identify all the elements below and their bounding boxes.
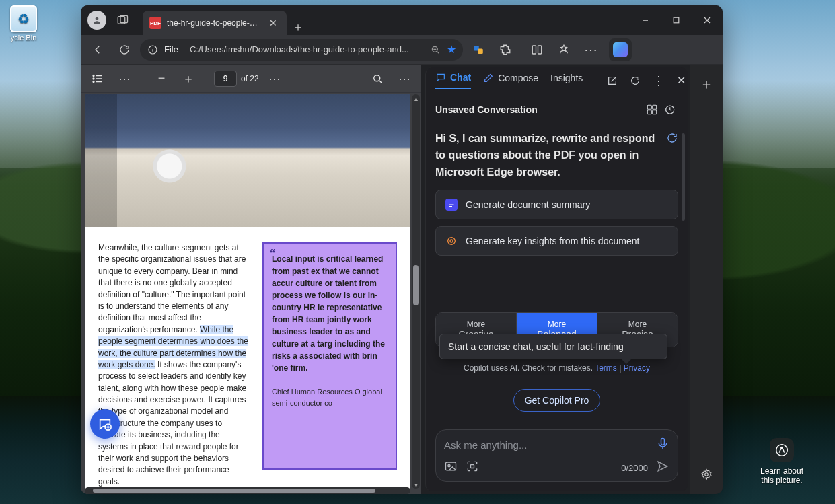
favorite-star-icon[interactable]: ★ [447,43,456,56]
copilot-pane: Chat Compose Insights ⋮ ✕ Unsaved Conver… [425,67,688,491]
svg-rect-30 [653,110,657,114]
pdf-horizontal-scrollbar[interactable] [85,487,410,494]
ask-input[interactable] [444,439,656,451]
send-button[interactable] [656,460,669,476]
svg-rect-44 [471,465,474,468]
pdf-quote-box: “ Local input is critical learned from p… [262,242,397,470]
refresh-button[interactable] [113,38,136,61]
svg-point-23 [93,78,94,79]
svg-point-1 [781,447,783,449]
browser-tab[interactable]: PDF the-hr-guide-to-people-and-cult ✕ [143,11,287,35]
workspaces-button[interactable] [113,11,132,30]
svg-point-22 [93,75,94,76]
svg-rect-28 [653,105,657,109]
copilot-legal: Copilot uses AI. Check for mistakes. Ter… [435,363,678,373]
history-icon[interactable] [661,101,678,118]
copilot-more-icon[interactable]: ⋮ [653,72,665,89]
summary-icon [445,199,458,211]
edge-sidebar: ＋ [690,65,723,494]
translate-button[interactable] [467,38,490,61]
recycle-icon [10,5,37,32]
scrollbar-thumb[interactable] [413,265,419,305]
favorites-collections-button[interactable] [552,38,575,61]
pdf-more-center-button[interactable]: ⋯ [263,67,286,90]
tab-title: the-hr-guide-to-people-and-cult [167,18,261,28]
copilot-tab-compose[interactable]: Compose [483,73,538,89]
attach-image-icon[interactable] [444,460,458,476]
copilot-tab-insights[interactable]: Insights [550,73,583,89]
pdf-page-input[interactable] [214,71,237,87]
pdf-search-button[interactable] [366,67,389,90]
pdf-more-left-button[interactable]: ⋯ [113,67,136,90]
copilot-icon [613,42,628,57]
suggestion-key-insights[interactable]: Generate key insights from this document [435,226,678,256]
split-screen-button[interactable] [525,38,548,61]
sidebar-settings-button[interactable] [696,464,717,484]
extensions-button[interactable] [494,38,517,61]
svg-rect-16 [478,48,483,54]
svg-rect-6 [674,17,679,23]
pdf-zoom-out-button[interactable]: − [150,67,173,90]
char-counter: 0/2000 [621,463,648,473]
mic-icon[interactable] [656,437,669,453]
minimize-button[interactable] [630,5,661,35]
svg-point-36 [450,240,453,242]
suggestion-doc-summary[interactable]: Generate document summary [435,190,678,219]
regenerate-icon[interactable] [666,132,678,149]
tab-close-button[interactable]: ✕ [266,16,280,30]
copilot-subtitle: Unsaved Conversation [435,104,538,115]
svg-point-24 [93,81,94,82]
copilot-tab-chat[interactable]: Chat [435,72,471,89]
pdf-page-total: of 22 [241,74,259,83]
back-button[interactable] [86,38,109,61]
address-bar[interactable]: File C:/Users/imshu/Downloads/the-hr-gui… [140,39,463,61]
terms-link[interactable]: Terms [595,363,617,373]
svg-point-43 [448,465,450,467]
pdf-page: Meanwhile, the culture segment gets at t… [85,94,410,489]
scrollbar-thumb[interactable] [93,489,375,493]
svg-line-26 [379,81,382,83]
pdf-viewer: ⋯ − ＋ of 22 ⋯ ⋯ Meanwhile, the culture s… [81,65,421,494]
recycle-bin[interactable]: ycle Bin [8,5,39,42]
titlebar: PDF the-hr-guide-to-people-and-cult ✕ ＋ [81,5,723,35]
svg-rect-17 [532,46,536,54]
pdf-more-right-button[interactable]: ⋯ [393,67,416,90]
copilot-scrollbar[interactable] [682,133,685,221]
site-info-icon[interactable] [147,44,159,56]
zoom-out-icon[interactable] [429,44,441,56]
reload-icon[interactable] [630,72,641,89]
new-tab-button[interactable]: ＋ [287,19,310,35]
pdf-zoom-in-button[interactable]: ＋ [177,67,200,90]
profile-button[interactable] [87,11,106,30]
svg-rect-40 [661,439,665,445]
style-tooltip: Start a concise chat, useful for fact-fi… [439,334,667,359]
learn-about-picture[interactable]: Learn about this picture. [753,438,811,485]
svg-point-25 [374,75,380,81]
pdf-text-area[interactable]: Meanwhile, the culture segment gets at t… [85,227,410,489]
sidebar-add-button[interactable]: ＋ [696,74,717,94]
maximize-button[interactable] [661,5,692,35]
pdf-header-image [85,94,410,227]
pdf-toc-button[interactable] [86,67,109,90]
get-copilot-pro-button[interactable]: Get Copilot Pro [513,389,601,412]
recycle-label: ycle Bin [8,34,39,42]
close-window-button[interactable] [692,5,723,35]
pdf-vertical-scrollbar[interactable]: ▴ ▾ [412,94,420,489]
copilot-input: 0/2000 [435,429,678,482]
svg-point-35 [448,238,456,245]
svg-line-13 [437,51,439,53]
visual-search-icon[interactable] [466,460,479,476]
privacy-link[interactable]: Privacy [624,363,650,373]
svg-rect-18 [538,46,542,54]
plugins-icon[interactable] [643,101,661,118]
spotlight-icon [770,438,794,462]
copilot-toggle-button[interactable] [609,38,632,61]
more-menu-button[interactable]: ⋯ [579,38,602,61]
copilot-greeting: Hi S, I can summarize, rewrite and respo… [435,131,678,180]
open-in-new-icon[interactable] [607,72,618,89]
copilot-subtitle-row: Unsaved Conversation [426,94,688,125]
edge-window: PDF the-hr-guide-to-people-and-cult ✕ ＋ … [81,5,723,494]
copilot-close-icon[interactable]: ✕ [677,72,686,89]
svg-rect-29 [647,110,651,114]
address-scheme: File [164,44,178,55]
